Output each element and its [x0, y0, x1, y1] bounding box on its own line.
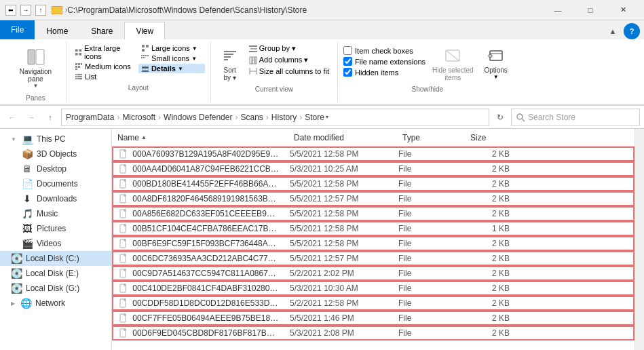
- hide-selected-label: Hide selecteditems: [432, 66, 474, 81]
- back-button[interactable]: ←: [4, 109, 20, 125]
- sidebar-item-music[interactable]: 🎵 Music: [11, 206, 111, 221]
- refresh-button[interactable]: ↻: [492, 109, 508, 125]
- table-row[interactable]: 000AA4D06041A87C94FEB6221CCBD11D 5/3/202…: [112, 161, 634, 176]
- table-row[interactable]: 000BD180BE414455F2EFF46BB66A0135 5/5/202…: [112, 176, 634, 191]
- local-disk-e-icon: 💽: [11, 268, 22, 279]
- file-size-cell: 2 KB: [461, 239, 515, 248]
- bc-windows-defender[interactable]: Windows Defender: [164, 113, 232, 122]
- file-name-extensions-toggle[interactable]: File name extensions: [343, 57, 425, 66]
- medium-icons-btn[interactable]: Medium icons: [72, 62, 138, 71]
- table-row[interactable]: 00C410DE2BF0841CF4DABF3102800863 5/3/202…: [112, 281, 634, 296]
- item-check-boxes-checkbox[interactable]: [343, 46, 352, 55]
- file-size-cell: 2 KB: [461, 313, 515, 323]
- table-row[interactable]: 00D6F9ED045CBD8DF8176BF817B3A326 5/3/202…: [112, 326, 634, 341]
- file-type-cell: File: [393, 313, 461, 323]
- minimize-button[interactable]: —: [542, 0, 573, 20]
- file-name-cell: 000A760937B129A195A8F402D95E922F: [113, 149, 284, 159]
- svg-rect-6: [75, 63, 77, 65]
- maximize-button[interactable]: □: [575, 0, 606, 20]
- network-expand: ▶: [11, 300, 15, 307]
- table-row[interactable]: 00CF7FFE05B06494AEEE9B75BE183462 5/5/202…: [112, 311, 634, 326]
- hidden-items-toggle[interactable]: Hidden items: [343, 68, 425, 77]
- file-size-cell: 2 KB: [461, 328, 515, 338]
- breadcrumb-bar[interactable]: ProgramData › Microsoft › Windows Defend…: [61, 109, 489, 126]
- navigation-pane-button[interactable]: Navigationpane ▼: [16, 45, 56, 90]
- bc-microsoft[interactable]: Microsoft: [122, 113, 155, 122]
- quick-access-icon[interactable]: ⬅: [5, 5, 16, 16]
- col-header-size[interactable]: Size: [465, 133, 519, 142]
- file-date-cell: 5/2/2021 2:02 PM: [284, 269, 393, 278]
- sidebar-item-videos[interactable]: 🎬 Videos: [11, 236, 111, 251]
- table-row[interactable]: 00B51CF104CE4CFBA786EEAC17BF8C20 5/5/202…: [112, 221, 634, 236]
- bc-sep2: ›: [158, 113, 161, 122]
- tab-home[interactable]: Home: [35, 22, 79, 39]
- details-btn[interactable]: Details ▼: [138, 64, 205, 73]
- title-path: C:\ProgramData\Microsoft\Windows Defende…: [67, 5, 542, 15]
- svg-rect-4: [75, 53, 78, 56]
- quick-access-icon2[interactable]: →: [20, 5, 31, 16]
- quick-access-icon3[interactable]: ↑: [35, 5, 46, 16]
- ribbon-tab-bar: File Home Share View ▲ ?: [0, 20, 644, 39]
- sidebar-item-local-disk-c[interactable]: 💽 Local Disk (C:): [0, 251, 111, 266]
- sidebar-item-desktop[interactable]: 🖥 Desktop: [11, 161, 111, 176]
- file-size-cell: 2 KB: [461, 179, 515, 189]
- bc-scans[interactable]: Scans: [240, 113, 263, 122]
- main-content: ▼ 💻 This PC 📦 3D Objects 🖥 Desktop 📄 Doc…: [0, 129, 644, 350]
- table-row[interactable]: 00CDDF58D1D8DC0D12D816E533DBBBD8 5/2/202…: [112, 296, 634, 311]
- add-columns-button[interactable]: + Add columns ▾: [246, 55, 332, 65]
- sidebar-item-downloads[interactable]: ⬇ Downloads: [11, 191, 111, 206]
- options-button[interactable]: Options ▼: [480, 43, 512, 81]
- size-all-columns-button[interactable]: Size all columns to fit: [246, 66, 332, 76]
- table-row[interactable]: 00BF6E9FC59F15F093BCF736448A3F04 5/5/202…: [112, 236, 634, 251]
- col-header-type[interactable]: Type: [397, 133, 465, 142]
- sidebar-item-local-disk-e[interactable]: 💽 Local Disk (E:): [0, 266, 111, 281]
- list-btn[interactable]: List: [72, 72, 138, 81]
- file-icon: [119, 209, 128, 218]
- col-header-name[interactable]: Name ▲: [112, 133, 288, 142]
- ribbon-collapse-button[interactable]: ▲: [605, 23, 621, 39]
- sidebar-item-network[interactable]: ▶ 🌐 Network: [0, 296, 111, 311]
- bc-dropdown-arrow[interactable]: ▾: [326, 114, 328, 120]
- file-icon: [119, 179, 128, 189]
- hidden-items-checkbox[interactable]: [343, 68, 352, 77]
- file-name-extensions-checkbox[interactable]: [343, 57, 352, 66]
- sort-by-button[interactable]: Sortby ▾: [216, 43, 244, 83]
- extra-large-icons-btn[interactable]: Extra large icons: [72, 43, 138, 61]
- search-box[interactable]: Search Store: [511, 109, 640, 126]
- search-placeholder: Search Store: [528, 113, 575, 122]
- table-row[interactable]: 00C9D7A514637CC5947C811A0867C234 5/2/202…: [112, 266, 634, 281]
- svg-rect-27: [142, 66, 149, 66]
- small-icons-btn[interactable]: Small icons ▼: [138, 54, 205, 63]
- close-button[interactable]: ✕: [607, 0, 639, 20]
- details-label: Details: [151, 64, 176, 73]
- table-row[interactable]: 00C6DC736935AA3CD212ABC4C77853DF 5/5/202…: [112, 251, 634, 266]
- scrollbar[interactable]: [634, 129, 644, 350]
- sidebar-item-local-disk-g[interactable]: 💽 Local Disk (G:): [0, 281, 111, 296]
- svg-rect-30: [142, 70, 149, 71]
- hide-selected-button[interactable]: Hide selecteditems: [430, 43, 476, 83]
- forward-button[interactable]: →: [23, 109, 39, 125]
- sidebar-item-documents[interactable]: 📄 Documents: [11, 176, 111, 191]
- table-row[interactable]: 00A8DF61820F4645689191981563BCE8 5/5/202…: [112, 191, 634, 206]
- sidebar-item-this-pc[interactable]: ▼ 💻 This PC: [0, 132, 111, 147]
- svg-rect-14: [75, 76, 77, 77]
- tab-view[interactable]: View: [124, 22, 165, 39]
- large-icons-btn[interactable]: Large icons ▼: [138, 43, 205, 53]
- bc-history[interactable]: History: [271, 113, 297, 122]
- up-button[interactable]: ↑: [42, 109, 58, 125]
- col-date-label: Date modified: [294, 133, 344, 142]
- help-button[interactable]: ?: [624, 23, 640, 39]
- small-icons-label: Small icons: [151, 54, 189, 62]
- sidebar-item-pictures[interactable]: 🖼 Pictures: [11, 221, 111, 236]
- folder-icon: [52, 6, 62, 14]
- bc-store[interactable]: Store: [305, 113, 324, 122]
- bc-programdata[interactable]: ProgramData: [66, 113, 114, 122]
- table-row[interactable]: 000A760937B129A195A8F402D95E922F 5/5/202…: [112, 147, 634, 161]
- table-row[interactable]: 00A856E682DC633EF051CEEEEB9A9A8A 5/5/202…: [112, 206, 634, 221]
- item-check-boxes-toggle[interactable]: Item check boxes: [343, 46, 425, 55]
- sidebar-item-3d-objects[interactable]: 📦 3D Objects: [11, 147, 111, 161]
- tab-share[interactable]: Share: [79, 22, 124, 39]
- tab-file[interactable]: File: [0, 20, 35, 39]
- col-header-date[interactable]: Date modified: [288, 133, 397, 142]
- group-by-button[interactable]: Group by ▾: [246, 43, 332, 54]
